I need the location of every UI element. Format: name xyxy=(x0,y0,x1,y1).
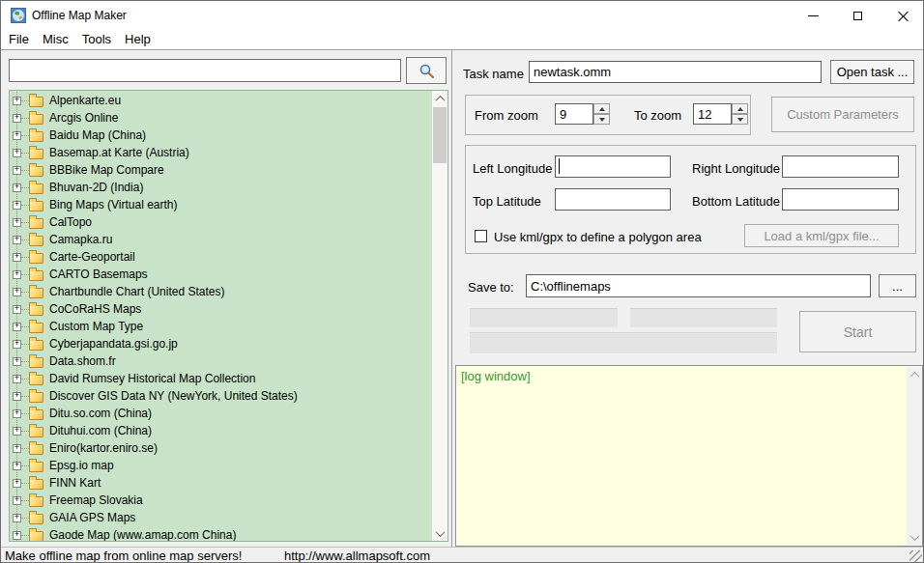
tree-item[interactable]: + Cyberjapandata.gsi.go.jp xyxy=(10,335,433,352)
tree-item[interactable]: + GAIA GPS Maps xyxy=(10,509,433,526)
tree-item[interactable]: + Camapka.ru xyxy=(10,231,433,248)
tree-item[interactable]: + Alpenkarte.eu xyxy=(10,92,433,109)
tree-item[interactable]: + BBBike Map Compare xyxy=(10,161,433,179)
expand-plus-icon[interactable]: + xyxy=(13,462,21,470)
scroll-up-button[interactable] xyxy=(432,91,448,106)
to-zoom-input[interactable] xyxy=(693,103,732,125)
minimize-icon xyxy=(808,15,819,16)
open-task-button[interactable]: Open task ... xyxy=(830,60,914,84)
browse-button[interactable]: ... xyxy=(879,274,916,297)
app-window: Offline Map Maker File Misc Tools Help + xyxy=(0,0,924,563)
task-name-input[interactable] xyxy=(529,61,822,83)
from-zoom-spinner[interactable] xyxy=(593,103,610,125)
maximize-button[interactable] xyxy=(838,1,877,30)
menu-item[interactable]: File xyxy=(9,32,37,48)
expand-plus-icon[interactable]: + xyxy=(13,236,21,244)
spin-down-button[interactable] xyxy=(593,114,610,125)
tree-item[interactable]: + Freemap Slovakia xyxy=(10,492,433,509)
tree-item[interactable]: + Discover GIS Data NY (NewYork, United … xyxy=(10,387,433,405)
right-longitude-input[interactable] xyxy=(782,155,899,178)
menu-item[interactable]: Help xyxy=(125,32,159,48)
menu-item[interactable]: Misc xyxy=(43,32,76,48)
save-path-input[interactable] xyxy=(526,274,871,297)
spin-up-button[interactable] xyxy=(732,103,748,114)
tree-item-label: Basemap.at Karte (Austria) xyxy=(49,146,189,159)
folder-icon xyxy=(29,114,43,125)
resize-grip-icon[interactable] xyxy=(910,550,922,563)
expand-plus-icon[interactable]: + xyxy=(13,444,21,453)
tree-item[interactable]: + Bing Maps (Virtual earth) xyxy=(10,196,433,213)
expand-plus-icon[interactable]: + xyxy=(13,305,21,314)
spin-down-button[interactable] xyxy=(732,114,748,125)
scroll-down-button[interactable] xyxy=(432,525,448,541)
tree-item[interactable]: + Chartbundle Chart (United States) xyxy=(10,283,433,300)
spin-up-button[interactable] xyxy=(593,103,610,114)
folder-icon xyxy=(29,496,43,507)
tree-item[interactable]: + Basemap.at Karte (Austria) xyxy=(10,144,433,161)
panel-divider xyxy=(451,50,452,547)
expand-plus-icon[interactable]: + xyxy=(13,375,21,383)
expand-plus-icon[interactable]: + xyxy=(13,183,21,192)
kml-checkbox[interactable] xyxy=(475,230,487,242)
expand-plus-icon[interactable]: + xyxy=(13,288,21,296)
search-input[interactable] xyxy=(9,59,401,82)
tree-item[interactable]: + Eniro(kartor.eniro.se) xyxy=(10,439,433,457)
tree-item[interactable]: + Epsg.io map xyxy=(10,457,433,474)
tree-item[interactable]: + CARTO Basemaps xyxy=(10,266,433,283)
expand-plus-icon[interactable]: + xyxy=(13,479,21,488)
expand-plus-icon[interactable]: + xyxy=(13,409,21,418)
tree-item[interactable]: + Ditu.so.com (China) xyxy=(10,405,433,422)
tree-item[interactable]: + Baidu Map (China) xyxy=(10,127,433,144)
scroll-up-button[interactable] xyxy=(907,367,922,382)
expand-plus-icon[interactable]: + xyxy=(13,218,21,227)
tree-item[interactable]: + Data.shom.fr xyxy=(10,352,433,370)
expand-plus-icon[interactable]: + xyxy=(13,340,21,349)
expand-plus-icon[interactable]: + xyxy=(13,427,21,436)
tree-item-label: GAIA GPS Maps xyxy=(49,511,135,524)
expand-plus-icon[interactable]: + xyxy=(13,166,21,175)
menu-item[interactable]: Tools xyxy=(82,32,119,48)
expand-plus-icon[interactable]: + xyxy=(13,114,21,123)
expand-plus-icon[interactable]: + xyxy=(13,253,21,262)
tree-item[interactable]: + Dituhui.com (China) xyxy=(10,422,433,439)
expand-plus-icon[interactable]: + xyxy=(13,496,21,505)
scrollbar-thumb[interactable] xyxy=(433,107,447,163)
tree-item-label: Gaode Map (www.amap.com China) xyxy=(49,528,236,542)
close-button[interactable] xyxy=(882,1,924,30)
to-zoom-spinner[interactable] xyxy=(732,103,748,125)
expand-plus-icon[interactable]: + xyxy=(13,97,21,105)
log-window[interactable]: [log window] xyxy=(455,365,923,547)
tree-item[interactable]: + Carte-Geoportail xyxy=(10,248,433,266)
tree-item[interactable]: + FINN Kart xyxy=(10,474,433,492)
tree-item[interactable]: + Gaode Map (www.amap.com China) xyxy=(10,526,433,542)
expand-plus-icon[interactable]: + xyxy=(13,149,21,157)
search-button[interactable] xyxy=(406,57,447,84)
left-longitude-input[interactable] xyxy=(555,155,671,178)
scroll-down-button[interactable] xyxy=(907,529,922,545)
minimize-button[interactable] xyxy=(794,1,832,30)
expand-plus-icon[interactable]: + xyxy=(13,323,21,331)
bottom-latitude-input[interactable] xyxy=(782,188,899,211)
top-latitude-input[interactable] xyxy=(555,188,671,211)
tree-scrollbar[interactable] xyxy=(432,91,448,541)
folder-icon xyxy=(29,427,43,437)
from-zoom-input[interactable] xyxy=(555,103,593,125)
expand-plus-icon[interactable]: + xyxy=(13,270,21,279)
tree-item[interactable]: + Bhuvan-2D (India) xyxy=(10,179,433,196)
expand-plus-icon[interactable]: + xyxy=(13,531,21,540)
triangle-down-icon xyxy=(737,118,743,122)
tree-item[interactable]: + Custom Map Type xyxy=(10,318,433,335)
log-scrollbar[interactable] xyxy=(907,367,922,545)
app-globe-icon xyxy=(11,8,26,23)
tree-item-label: Freemap Slovakia xyxy=(49,493,143,507)
expand-plus-icon[interactable]: + xyxy=(13,357,21,366)
tree-item[interactable]: + David Rumsey Historical Map Collection xyxy=(10,370,433,387)
expand-plus-icon[interactable]: + xyxy=(13,514,21,522)
expand-plus-icon[interactable]: + xyxy=(13,392,21,401)
expand-plus-icon[interactable]: + xyxy=(13,131,21,140)
folder-icon xyxy=(29,514,43,524)
tree-item[interactable]: + Arcgis Online xyxy=(10,109,433,127)
tree-item[interactable]: + CalTopo xyxy=(10,213,433,231)
expand-plus-icon[interactable]: + xyxy=(13,201,21,210)
tree-item[interactable]: + CoCoRaHS Maps xyxy=(10,300,433,318)
